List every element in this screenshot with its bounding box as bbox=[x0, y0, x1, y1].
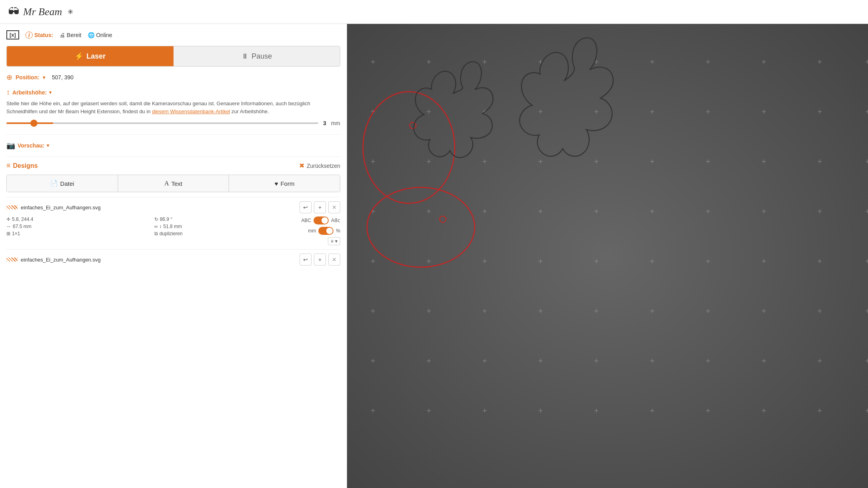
file-icon: 📄 bbox=[50, 180, 58, 187]
svg-point-163 bbox=[440, 216, 446, 222]
design-1-height: ∞ ↕ 51.8 mm bbox=[154, 224, 298, 229]
abc-toggle[interactable] bbox=[314, 216, 329, 224]
list-icon: ≡ bbox=[6, 161, 11, 170]
designs-header: ≡ Designs ✖ Zurücksetzen bbox=[6, 156, 340, 170]
pause-button[interactable]: ⏸ Pause bbox=[174, 46, 340, 66]
knowledge-base-link[interactable]: diesem Wissensdatenbank-Artikel bbox=[152, 108, 230, 114]
laser-label: Laser bbox=[87, 52, 106, 61]
left-panel: [x] i Status: 🖨 Bereit 🌐 Online ⚡ Laser … bbox=[0, 24, 347, 488]
position-dropdown[interactable]: ▾ bbox=[43, 74, 45, 81]
vorschau-row[interactable]: 📷 Vorschau: ▾ bbox=[6, 134, 340, 150]
percent-label: % bbox=[336, 228, 340, 234]
zurucksetzen-button[interactable]: ✖ Zurücksetzen bbox=[299, 162, 340, 169]
crosshair-icon: ⊕ bbox=[6, 73, 12, 82]
arbeitshohe-label: Arbeitshöhe: bbox=[12, 89, 47, 96]
abc-mirror-label: ɔBА bbox=[331, 218, 340, 223]
vorschau-label: Vorschau: bbox=[18, 142, 44, 149]
tab-form-label: Form bbox=[280, 180, 294, 187]
pause-icon: ⏸ bbox=[241, 52, 249, 61]
laser-button[interactable]: ⚡ Laser bbox=[7, 46, 174, 66]
info-icon: i bbox=[26, 31, 33, 39]
design-item-1: einfaches_Ei_zum_Aufhangen.svg ↩ + ✕ ✛ 5… bbox=[6, 197, 340, 249]
header: 🕶 Mr Beam ✳ bbox=[0, 0, 868, 24]
abc-toggle-group: ABC ɔBА bbox=[301, 216, 340, 224]
grid-icon: ⊞ bbox=[6, 231, 10, 236]
height-icon: ↕ bbox=[6, 88, 10, 96]
design-item-2-header: einfaches_Ei_zum_Aufhangen.svg ↩ + ✕ bbox=[6, 254, 340, 266]
height-slider[interactable] bbox=[6, 122, 318, 124]
slider-unit: mm bbox=[331, 120, 340, 126]
design-1-grid-value: 1×1 bbox=[12, 231, 20, 236]
design-item-1-header: einfaches_Ei_zum_Aufhangen.svg ↩ + ✕ bbox=[6, 201, 340, 213]
logo-area: 🕶 Mr Beam ✳ bbox=[8, 5, 73, 18]
design-1-position: ✛ 5.8, 244.4 bbox=[6, 216, 150, 222]
design-stripe-icon bbox=[6, 205, 18, 209]
design-2-add-button[interactable]: + bbox=[314, 254, 326, 266]
status-bar: [x] i Status: 🖨 Bereit 🌐 Online bbox=[6, 30, 340, 39]
tab-datei-label: Datei bbox=[60, 180, 74, 187]
status-online: 🌐 Online bbox=[88, 32, 112, 38]
move-icon: ✛ bbox=[6, 216, 10, 222]
duplizieren-button-1[interactable]: ⧉ duplizieren bbox=[154, 231, 183, 236]
width-icon: ↔ bbox=[6, 224, 11, 229]
camera-panel bbox=[347, 24, 868, 488]
bereit-text: Bereit bbox=[67, 32, 81, 38]
reset-icon: ✖ bbox=[299, 162, 304, 169]
mm-label: mm bbox=[308, 228, 316, 234]
vorschau-chevron-icon: ▾ bbox=[47, 143, 49, 148]
slider-value: 3 bbox=[323, 120, 326, 126]
online-text: Online bbox=[96, 32, 112, 38]
design-1-actions: ↩ + ✕ bbox=[300, 201, 340, 213]
camera-background bbox=[347, 24, 868, 488]
grid-options-button[interactable]: ≡ ▾ bbox=[328, 237, 340, 245]
design-1-meta: ✛ 5.8, 244.4 ↻ 86.9 ° ↔ 67.5 mm ∞ bbox=[6, 216, 297, 236]
designs-label: Designs bbox=[13, 162, 38, 169]
design-1-grid: ⊞ 1×1 bbox=[6, 231, 150, 236]
logo-glasses-icon: 🕶 bbox=[8, 5, 19, 18]
logo-text: Mr Beam bbox=[23, 6, 62, 18]
flash-icon: ⚡ bbox=[75, 52, 83, 61]
design-item-1-name: einfaches_Ei_zum_Aufhangen.svg bbox=[6, 205, 101, 211]
duplizieren-label: duplizieren bbox=[160, 231, 183, 236]
design-2-close-button[interactable]: ✕ bbox=[328, 254, 340, 266]
design-1-rotation: ↻ 86.9 ° bbox=[154, 216, 298, 222]
tab-text-label: Text bbox=[172, 180, 183, 187]
arbeitshohe-chevron-icon: ▾ bbox=[49, 90, 51, 95]
design-1-xy: 5.8, 244.4 bbox=[12, 216, 33, 222]
design-1-add-button[interactable]: + bbox=[314, 201, 326, 213]
arbeitshohe-header[interactable]: ↕ Arbeitshöhe: ▾ bbox=[6, 88, 340, 96]
close-x-button[interactable]: [x] bbox=[6, 30, 19, 39]
action-button-row: ⚡ Laser ⏸ Pause bbox=[6, 46, 340, 67]
status-bereit: 🖨 Bereit bbox=[59, 32, 81, 38]
design-1-filename: einfaches_Ei_zum_Aufhangen.svg bbox=[21, 205, 101, 211]
svg-point-160 bbox=[363, 92, 455, 203]
design-1-duplizieren: ⧉ duplizieren bbox=[154, 231, 298, 236]
heart-icon: ♥ bbox=[274, 180, 278, 187]
abc-label: ABC bbox=[301, 218, 311, 223]
camera-grid-overlay bbox=[347, 24, 868, 488]
status-label: Status: bbox=[34, 32, 53, 38]
slider-row: 3 mm bbox=[6, 120, 340, 126]
design-item-2: einfaches_Ei_zum_Aufhangen.svg ↩ + ✕ bbox=[6, 249, 340, 273]
mm-toggle[interactable] bbox=[318, 227, 333, 235]
design-2-undo-button[interactable]: ↩ bbox=[300, 254, 312, 266]
chevron-icon-2: ▾ bbox=[335, 238, 337, 244]
design-1-rot-value: 86.9 ° bbox=[160, 216, 173, 222]
zurucksetzen-label: Zurücksetzen bbox=[307, 163, 340, 169]
rotate-icon: ↻ bbox=[154, 216, 158, 222]
main-layout: [x] i Status: 🖨 Bereit 🌐 Online ⚡ Laser … bbox=[0, 24, 868, 488]
arbeitshohe-description: Stelle hier die Höhe ein, auf der gelase… bbox=[6, 100, 340, 115]
tab-text[interactable]: A Text bbox=[118, 175, 229, 192]
tab-form[interactable]: ♥ Form bbox=[229, 175, 340, 192]
pause-label: Pause bbox=[252, 52, 272, 61]
position-row: ⊕ Position: ▾ 507, 390 bbox=[6, 73, 340, 82]
tab-datei[interactable]: 📄 Datei bbox=[7, 175, 118, 192]
status-info-group: i Status: bbox=[26, 31, 53, 39]
list-icon-2: ≡ bbox=[331, 238, 333, 244]
design-1-undo-button[interactable]: ↩ bbox=[300, 201, 312, 213]
design-stripe-icon-2 bbox=[6, 258, 18, 262]
design-1-close-button[interactable]: ✕ bbox=[328, 201, 340, 213]
lock-icon: ∞ bbox=[154, 224, 158, 229]
design-2-filename: einfaches_Ei_zum_Aufhangen.svg bbox=[21, 257, 101, 263]
globe-icon: 🌐 bbox=[88, 32, 95, 38]
